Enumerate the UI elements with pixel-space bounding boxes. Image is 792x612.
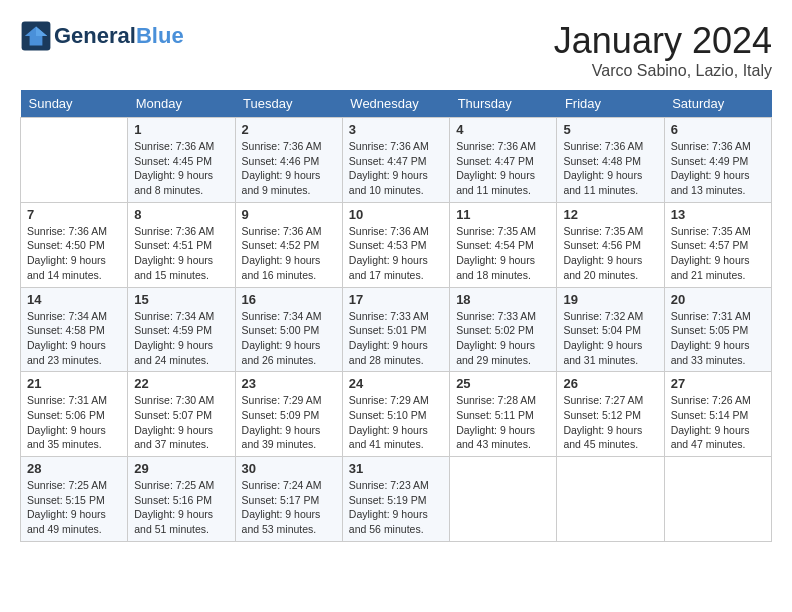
day-number: 22	[134, 376, 228, 391]
day-info: Sunrise: 7:36 AMSunset: 4:50 PMDaylight:…	[27, 224, 121, 283]
day-info: Sunrise: 7:34 AMSunset: 4:59 PMDaylight:…	[134, 309, 228, 368]
calendar-cell: 26Sunrise: 7:27 AMSunset: 5:12 PMDayligh…	[557, 372, 664, 457]
day-number: 13	[671, 207, 765, 222]
weekday-header: Sunday	[21, 90, 128, 118]
day-info: Sunrise: 7:36 AMSunset: 4:53 PMDaylight:…	[349, 224, 443, 283]
day-number: 29	[134, 461, 228, 476]
day-number: 6	[671, 122, 765, 137]
day-info: Sunrise: 7:36 AMSunset: 4:47 PMDaylight:…	[349, 139, 443, 198]
day-info: Sunrise: 7:30 AMSunset: 5:07 PMDaylight:…	[134, 393, 228, 452]
day-number: 25	[456, 376, 550, 391]
day-info: Sunrise: 7:31 AMSunset: 5:05 PMDaylight:…	[671, 309, 765, 368]
day-number: 1	[134, 122, 228, 137]
weekday-header: Monday	[128, 90, 235, 118]
logo-icon	[20, 20, 52, 52]
day-number: 20	[671, 292, 765, 307]
day-number: 31	[349, 461, 443, 476]
day-number: 19	[563, 292, 657, 307]
calendar-cell: 8Sunrise: 7:36 AMSunset: 4:51 PMDaylight…	[128, 202, 235, 287]
calendar-cell: 10Sunrise: 7:36 AMSunset: 4:53 PMDayligh…	[342, 202, 449, 287]
day-number: 24	[349, 376, 443, 391]
calendar-cell	[21, 118, 128, 203]
calendar-cell: 19Sunrise: 7:32 AMSunset: 5:04 PMDayligh…	[557, 287, 664, 372]
weekday-header-row: SundayMondayTuesdayWednesdayThursdayFrid…	[21, 90, 772, 118]
day-info: Sunrise: 7:36 AMSunset: 4:45 PMDaylight:…	[134, 139, 228, 198]
day-info: Sunrise: 7:25 AMSunset: 5:16 PMDaylight:…	[134, 478, 228, 537]
day-info: Sunrise: 7:27 AMSunset: 5:12 PMDaylight:…	[563, 393, 657, 452]
calendar-cell: 30Sunrise: 7:24 AMSunset: 5:17 PMDayligh…	[235, 457, 342, 542]
calendar-cell: 13Sunrise: 7:35 AMSunset: 4:57 PMDayligh…	[664, 202, 771, 287]
day-info: Sunrise: 7:36 AMSunset: 4:47 PMDaylight:…	[456, 139, 550, 198]
calendar-cell: 28Sunrise: 7:25 AMSunset: 5:15 PMDayligh…	[21, 457, 128, 542]
calendar-cell	[557, 457, 664, 542]
day-info: Sunrise: 7:36 AMSunset: 4:51 PMDaylight:…	[134, 224, 228, 283]
day-number: 8	[134, 207, 228, 222]
calendar-cell: 27Sunrise: 7:26 AMSunset: 5:14 PMDayligh…	[664, 372, 771, 457]
day-info: Sunrise: 7:36 AMSunset: 4:46 PMDaylight:…	[242, 139, 336, 198]
calendar-cell: 7Sunrise: 7:36 AMSunset: 4:50 PMDaylight…	[21, 202, 128, 287]
calendar-table: SundayMondayTuesdayWednesdayThursdayFrid…	[20, 90, 772, 542]
day-number: 15	[134, 292, 228, 307]
calendar-week-row: 14Sunrise: 7:34 AMSunset: 4:58 PMDayligh…	[21, 287, 772, 372]
calendar-cell: 2Sunrise: 7:36 AMSunset: 4:46 PMDaylight…	[235, 118, 342, 203]
month-title: January 2024	[554, 20, 772, 62]
calendar-cell: 18Sunrise: 7:33 AMSunset: 5:02 PMDayligh…	[450, 287, 557, 372]
day-number: 30	[242, 461, 336, 476]
day-number: 10	[349, 207, 443, 222]
page-header: GeneralBlue January 2024 Varco Sabino, L…	[20, 20, 772, 80]
day-info: Sunrise: 7:35 AMSunset: 4:57 PMDaylight:…	[671, 224, 765, 283]
calendar-cell: 11Sunrise: 7:35 AMSunset: 4:54 PMDayligh…	[450, 202, 557, 287]
title-block: January 2024 Varco Sabino, Lazio, Italy	[554, 20, 772, 80]
day-number: 21	[27, 376, 121, 391]
day-info: Sunrise: 7:35 AMSunset: 4:54 PMDaylight:…	[456, 224, 550, 283]
day-info: Sunrise: 7:29 AMSunset: 5:10 PMDaylight:…	[349, 393, 443, 452]
day-info: Sunrise: 7:35 AMSunset: 4:56 PMDaylight:…	[563, 224, 657, 283]
calendar-week-row: 7Sunrise: 7:36 AMSunset: 4:50 PMDaylight…	[21, 202, 772, 287]
day-number: 26	[563, 376, 657, 391]
calendar-cell: 25Sunrise: 7:28 AMSunset: 5:11 PMDayligh…	[450, 372, 557, 457]
day-number: 14	[27, 292, 121, 307]
day-number: 18	[456, 292, 550, 307]
logo: GeneralBlue	[20, 20, 184, 52]
day-info: Sunrise: 7:33 AMSunset: 5:02 PMDaylight:…	[456, 309, 550, 368]
calendar-cell: 12Sunrise: 7:35 AMSunset: 4:56 PMDayligh…	[557, 202, 664, 287]
day-info: Sunrise: 7:34 AMSunset: 5:00 PMDaylight:…	[242, 309, 336, 368]
location: Varco Sabino, Lazio, Italy	[554, 62, 772, 80]
weekday-header: Tuesday	[235, 90, 342, 118]
day-number: 3	[349, 122, 443, 137]
day-number: 17	[349, 292, 443, 307]
calendar-cell: 6Sunrise: 7:36 AMSunset: 4:49 PMDaylight…	[664, 118, 771, 203]
day-info: Sunrise: 7:23 AMSunset: 5:19 PMDaylight:…	[349, 478, 443, 537]
calendar-week-row: 1Sunrise: 7:36 AMSunset: 4:45 PMDaylight…	[21, 118, 772, 203]
calendar-cell: 9Sunrise: 7:36 AMSunset: 4:52 PMDaylight…	[235, 202, 342, 287]
day-info: Sunrise: 7:36 AMSunset: 4:52 PMDaylight:…	[242, 224, 336, 283]
day-number: 11	[456, 207, 550, 222]
day-number: 2	[242, 122, 336, 137]
day-number: 16	[242, 292, 336, 307]
calendar-cell: 3Sunrise: 7:36 AMSunset: 4:47 PMDaylight…	[342, 118, 449, 203]
day-info: Sunrise: 7:34 AMSunset: 4:58 PMDaylight:…	[27, 309, 121, 368]
day-number: 5	[563, 122, 657, 137]
calendar-cell: 14Sunrise: 7:34 AMSunset: 4:58 PMDayligh…	[21, 287, 128, 372]
calendar-cell	[664, 457, 771, 542]
day-info: Sunrise: 7:31 AMSunset: 5:06 PMDaylight:…	[27, 393, 121, 452]
day-number: 9	[242, 207, 336, 222]
logo-blue: Blue	[136, 23, 184, 48]
calendar-cell: 17Sunrise: 7:33 AMSunset: 5:01 PMDayligh…	[342, 287, 449, 372]
calendar-cell: 29Sunrise: 7:25 AMSunset: 5:16 PMDayligh…	[128, 457, 235, 542]
day-info: Sunrise: 7:29 AMSunset: 5:09 PMDaylight:…	[242, 393, 336, 452]
calendar-cell: 4Sunrise: 7:36 AMSunset: 4:47 PMDaylight…	[450, 118, 557, 203]
day-info: Sunrise: 7:36 AMSunset: 4:49 PMDaylight:…	[671, 139, 765, 198]
day-number: 27	[671, 376, 765, 391]
weekday-header: Friday	[557, 90, 664, 118]
weekday-header: Wednesday	[342, 90, 449, 118]
weekday-header: Saturday	[664, 90, 771, 118]
day-number: 4	[456, 122, 550, 137]
logo-general: General	[54, 23, 136, 48]
calendar-cell: 31Sunrise: 7:23 AMSunset: 5:19 PMDayligh…	[342, 457, 449, 542]
calendar-cell: 24Sunrise: 7:29 AMSunset: 5:10 PMDayligh…	[342, 372, 449, 457]
calendar-cell: 20Sunrise: 7:31 AMSunset: 5:05 PMDayligh…	[664, 287, 771, 372]
day-number: 7	[27, 207, 121, 222]
calendar-cell: 21Sunrise: 7:31 AMSunset: 5:06 PMDayligh…	[21, 372, 128, 457]
day-number: 12	[563, 207, 657, 222]
